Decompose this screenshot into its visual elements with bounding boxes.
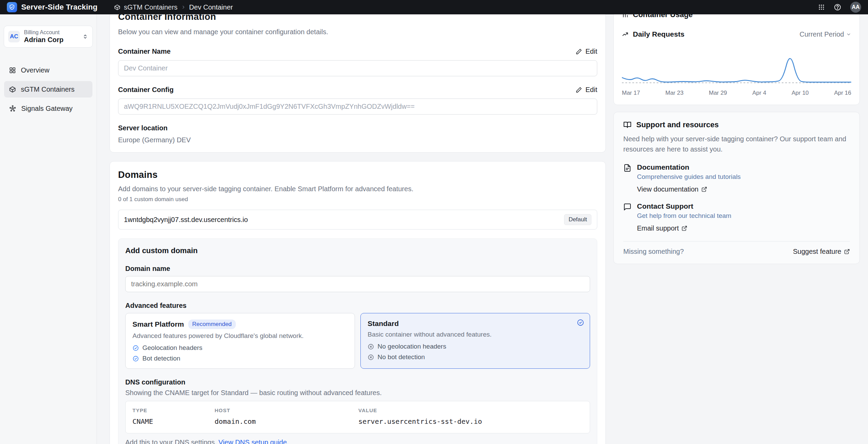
external-link-icon	[681, 225, 687, 231]
feature-label: No geolocation headers	[378, 343, 446, 350]
user-avatar[interactable]: AA	[850, 2, 861, 13]
dns-note-text: Add this to your DNS settings.	[125, 439, 217, 444]
documentation-title: Documentation	[637, 163, 741, 171]
axis-tick: Mar 29	[709, 90, 727, 96]
default-domain-value: 1wntdgbq2vynjj07.sst.dev.usercentrics.io	[124, 216, 248, 224]
container-information-title: Container Information	[118, 14, 597, 22]
default-domain-row: 1wntdgbq2vynjj07.sst.dev.usercentrics.io…	[118, 210, 597, 230]
billing-avatar: AC	[8, 31, 20, 42]
edit-label: Edit	[586, 48, 597, 55]
pencil-icon	[576, 87, 582, 93]
documentation-subtitle[interactable]: Comprehensive guides and tutorials	[637, 173, 741, 181]
breadcrumb-section[interactable]: sGTM Containers	[124, 3, 178, 11]
up-down-chevron-icon	[82, 34, 88, 40]
dns-configuration-label: DNS configuration	[125, 378, 590, 386]
apps-grid-icon[interactable]	[818, 4, 825, 11]
check-circle-icon	[132, 355, 139, 362]
period-label: Current Period	[800, 30, 844, 38]
daily-requests-title: Daily Requests	[633, 30, 685, 38]
view-documentation-link[interactable]: View documentation	[637, 185, 741, 193]
email-support-link[interactable]: Email support	[637, 224, 731, 232]
shield-icon	[9, 4, 15, 11]
dns-note: Add this to your DNS settings. View DNS …	[125, 439, 590, 444]
sidebar-item-sgtm-containers[interactable]: sGTM Containers	[4, 81, 92, 97]
edit-container-name-button[interactable]: Edit	[576, 48, 597, 55]
container-name-label: Container Name	[118, 48, 170, 55]
dns-record-value: server.usercentrics-sst-dev.io	[358, 417, 583, 426]
container-information-description: Below you can view and manage your conta…	[118, 28, 597, 36]
axis-tick: Apr 16	[834, 90, 851, 96]
billing-account-label: Billing Account	[24, 29, 64, 36]
file-text-icon	[623, 164, 631, 193]
sidebar-item-signals-gateway[interactable]: Signals Gateway	[4, 100, 92, 117]
option-smart-platform[interactable]: Smart Platform Recommended Advanced feat…	[125, 313, 355, 369]
daily-requests-chart: Mar 17 Mar 23 Mar 29 Apr 4 Apr 10 Apr 16	[622, 47, 851, 96]
help-icon[interactable]	[834, 3, 841, 11]
dns-column-host: HOST	[215, 407, 358, 413]
axis-tick: Mar 23	[665, 90, 684, 96]
link-label: Suggest feature	[793, 248, 841, 256]
domain-name-label: Domain name	[125, 265, 590, 273]
add-custom-domain-title: Add custom domain	[125, 246, 590, 255]
sidebar-item-overview[interactable]: Overview	[4, 62, 92, 78]
server-location-label: Server location	[118, 124, 597, 132]
network-nodes-icon	[9, 105, 16, 112]
check-circle-icon	[132, 345, 139, 351]
dns-configuration-description: Showing the CNAME target for Standard — …	[125, 389, 590, 397]
overview-grid-icon	[9, 67, 16, 74]
link-label: View documentation	[637, 185, 699, 193]
bar-chart-icon	[622, 14, 629, 18]
chevron-down-icon	[846, 32, 851, 37]
contact-support-subtitle[interactable]: Get help from our technical team	[637, 212, 731, 220]
billing-account-name: Adrian Corp	[24, 36, 64, 44]
edit-container-config-button[interactable]: Edit	[576, 86, 597, 94]
period-dropdown[interactable]: Current Period	[800, 30, 851, 38]
main-content: Container Information Below you can view…	[110, 14, 606, 444]
edit-label: Edit	[586, 86, 597, 94]
option-description: Basic container without advanced feature…	[368, 331, 583, 338]
add-custom-domain-panel: Add custom domain Domain name Advanced f…	[118, 238, 597, 444]
line-chart	[622, 47, 851, 87]
sidebar-item-label: Signals Gateway	[21, 105, 73, 113]
advanced-features-label: Advanced features	[125, 302, 590, 310]
chevron-right-icon	[181, 5, 186, 10]
right-panel: Container Usage Daily Requests Current P…	[613, 14, 860, 444]
link-label: Email support	[637, 224, 679, 232]
support-card: Support and resources Need help with you…	[613, 112, 860, 264]
axis-tick: Apr 4	[752, 90, 766, 96]
option-name: Smart Platform	[132, 320, 184, 328]
feature-label: Bot detection	[142, 355, 180, 362]
domains-description: Add domains to your server-side tagging …	[118, 185, 597, 193]
missing-something-link[interactable]: Missing something?	[623, 248, 684, 256]
package-icon	[9, 86, 16, 93]
support-description: Need help with your server-side tagging …	[623, 134, 850, 154]
container-config-label: Container Config	[118, 86, 174, 94]
dns-setup-guide-link[interactable]: View DNS setup guide.	[218, 439, 289, 444]
dns-record-host: domain.com	[215, 417, 358, 426]
x-axis-labels: Mar 17 Mar 23 Mar 29 Apr 4 Apr 10 Apr 16	[622, 90, 851, 96]
recommended-badge: Recommended	[188, 319, 236, 329]
suggest-feature-link[interactable]: Suggest feature	[793, 248, 850, 256]
top-navbar: Server-Side Tracking sGTM Containers Dev…	[0, 0, 868, 14]
dns-record-type: CNAME	[132, 417, 215, 426]
app-title: Server-Side Tracking	[21, 3, 98, 12]
container-information-card: Container Information Below you can view…	[110, 14, 606, 153]
domain-name-input[interactable]	[125, 276, 590, 292]
dns-column-value: VALUE	[358, 407, 583, 413]
option-standard[interactable]: Standard Basic container without advance…	[360, 313, 590, 369]
feature-label: No bot detection	[378, 353, 425, 361]
axis-tick: Apr 10	[792, 90, 809, 96]
book-open-icon	[623, 121, 631, 129]
feature-label: Geolocation headers	[142, 344, 202, 352]
container-config-input[interactable]	[118, 99, 597, 115]
app-logo	[7, 2, 17, 12]
dns-record-table: TYPE HOST VALUE CNAME domain.com server.…	[125, 401, 590, 433]
billing-account-selector[interactable]: AC Billing Account Adrian Corp	[4, 26, 93, 48]
message-square-icon	[623, 203, 631, 232]
selected-check-circle-icon	[577, 319, 584, 326]
pencil-icon	[576, 48, 582, 55]
sidebar-nav: Overview sGTM Containers Signals Gateway	[0, 62, 97, 117]
container-name-input[interactable]	[118, 60, 597, 76]
domain-usage-note: 0 of 1 custom domain used	[118, 196, 597, 203]
x-circle-icon	[368, 354, 374, 361]
